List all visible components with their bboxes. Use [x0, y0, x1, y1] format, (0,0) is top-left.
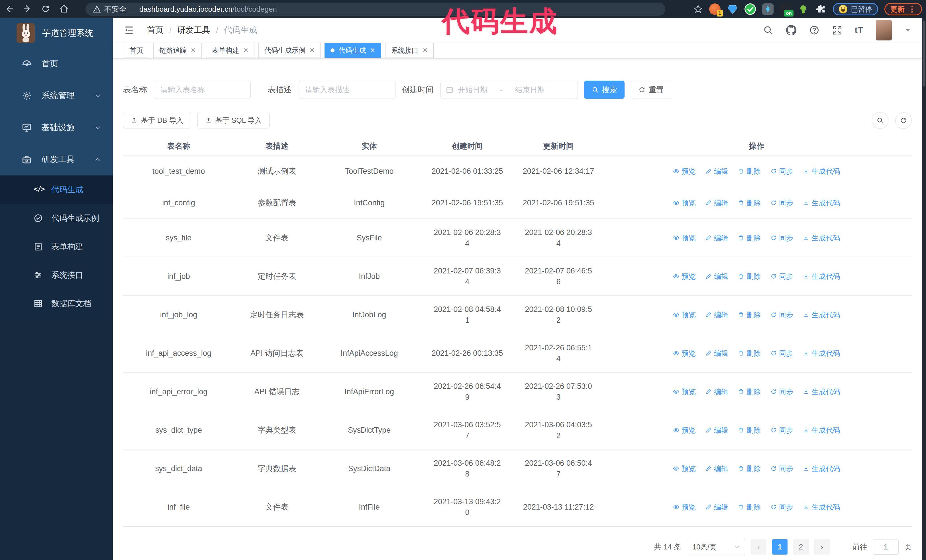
- sync-link[interactable]: 同步: [770, 387, 793, 397]
- extensions-puzzle-icon[interactable]: [815, 3, 826, 15]
- sync-link[interactable]: 同步: [770, 167, 793, 176]
- goto-page-input[interactable]: [873, 539, 899, 555]
- browser-home-icon[interactable]: [55, 0, 73, 18]
- toggle-search-button[interactable]: [872, 112, 888, 129]
- edit-link[interactable]: 编辑: [705, 426, 728, 435]
- tab-form-builder[interactable]: 表单构建✕: [206, 43, 254, 58]
- table-name-input[interactable]: [154, 81, 251, 99]
- generate-code-link[interactable]: 生成代码: [803, 310, 840, 320]
- delete-link[interactable]: 删除: [738, 426, 761, 435]
- sync-link[interactable]: 同步: [770, 272, 793, 281]
- chevron-down-icon[interactable]: [904, 27, 911, 33]
- breadcrumb-home[interactable]: 首页: [147, 24, 163, 36]
- generate-code-link[interactable]: 生成代码: [803, 503, 840, 512]
- page-button-1[interactable]: 1: [772, 539, 788, 555]
- delete-link[interactable]: 删除: [738, 310, 761, 320]
- sidebar-item-home[interactable]: 首页: [0, 48, 113, 80]
- generate-code-link[interactable]: 生成代码: [803, 272, 840, 281]
- sidebar-item-system-management[interactable]: 系统管理: [0, 80, 113, 112]
- extension-grid-icon[interactable]: [762, 3, 773, 15]
- sidebar-item-dev-tools[interactable]: 研发工具: [0, 143, 113, 175]
- sidebar-item-system-api[interactable]: 系统接口: [0, 261, 113, 290]
- generate-code-link[interactable]: 生成代码: [803, 349, 840, 358]
- delete-link[interactable]: 删除: [738, 387, 761, 397]
- sidebar-item-infrastructure[interactable]: 基础设施: [0, 112, 113, 143]
- preview-link[interactable]: 预览: [673, 310, 696, 320]
- extension-on-icon[interactable]: on: [780, 3, 791, 15]
- edit-link[interactable]: 编辑: [705, 167, 728, 176]
- tab-system-api[interactable]: 系统接口✕: [385, 43, 434, 58]
- preview-link[interactable]: 预览: [673, 426, 696, 435]
- tab-tracing[interactable]: 链路追踪✕: [153, 43, 202, 58]
- preview-link[interactable]: 预览: [673, 464, 696, 473]
- generate-code-link[interactable]: 生成代码: [803, 464, 840, 473]
- edit-link[interactable]: 编辑: [705, 464, 728, 473]
- extension-gem-icon[interactable]: [727, 3, 738, 15]
- table-desc-input[interactable]: [299, 81, 395, 99]
- font-size-icon[interactable]: tT: [855, 25, 863, 35]
- close-icon[interactable]: ✕: [309, 47, 315, 54]
- sync-link[interactable]: 同步: [770, 310, 793, 320]
- sync-link[interactable]: 同步: [770, 503, 793, 512]
- preview-link[interactable]: 预览: [673, 272, 696, 281]
- reset-button[interactable]: 重置: [631, 81, 671, 99]
- sidebar-collapse-icon[interactable]: [124, 25, 135, 36]
- app-logo-row[interactable]: 芋道管理系统: [0, 18, 113, 48]
- close-icon[interactable]: ✕: [243, 47, 248, 54]
- edit-link[interactable]: 编辑: [705, 387, 728, 397]
- edit-link[interactable]: 编辑: [705, 503, 728, 512]
- delete-link[interactable]: 删除: [738, 464, 761, 473]
- edit-link[interactable]: 编辑: [705, 198, 728, 208]
- preview-link[interactable]: 预览: [673, 387, 696, 397]
- breadcrumb-dev-tools[interactable]: 研发工具: [177, 24, 210, 36]
- generate-code-link[interactable]: 生成代码: [803, 198, 840, 208]
- not-secure-warning[interactable]: 不安全: [93, 4, 127, 14]
- preview-link[interactable]: 预览: [673, 198, 696, 208]
- delete-link[interactable]: 删除: [738, 503, 761, 512]
- tab-codegen[interactable]: 代码生成✕: [325, 43, 381, 58]
- edit-link[interactable]: 编辑: [705, 349, 728, 358]
- sidebar-item-code-generation-example[interactable]: 代码生成示例: [0, 204, 113, 232]
- preview-link[interactable]: 预览: [673, 349, 696, 358]
- close-icon[interactable]: ✕: [191, 47, 196, 54]
- sidebar-item-database-doc[interactable]: 数据库文档: [0, 290, 113, 318]
- delete-link[interactable]: 删除: [738, 198, 761, 208]
- extension-green-icon[interactable]: [797, 3, 809, 15]
- scrollbar-thumb[interactable]: [923, 21, 925, 87]
- import-db-button[interactable]: 基于 DB 导入: [123, 112, 191, 128]
- generate-code-link[interactable]: 生成代码: [803, 167, 840, 176]
- fullscreen-icon[interactable]: [832, 25, 842, 35]
- delete-link[interactable]: 删除: [738, 233, 761, 243]
- generate-code-link[interactable]: 生成代码: [803, 387, 840, 397]
- sidebar-item-code-generation[interactable]: </> 代码生成: [0, 175, 113, 204]
- github-icon[interactable]: [786, 25, 797, 36]
- search-icon[interactable]: [763, 25, 773, 35]
- browser-menu-dots-icon[interactable]: ⋮: [908, 5, 916, 13]
- browser-forward-icon[interactable]: [18, 0, 36, 18]
- sync-link[interactable]: 同步: [770, 233, 793, 243]
- edit-link[interactable]: 编辑: [705, 310, 728, 320]
- page-size-select[interactable]: 10条/页: [687, 539, 745, 555]
- extension-check-icon[interactable]: [744, 3, 756, 15]
- delete-link[interactable]: 删除: [738, 272, 761, 281]
- browser-update-button[interactable]: 更新 ⋮: [884, 3, 922, 15]
- sync-link[interactable]: 同步: [770, 198, 793, 208]
- page-button-2[interactable]: 2: [793, 539, 809, 555]
- create-time-range-picker[interactable]: 开始日期 - 结束日期: [440, 81, 578, 99]
- import-sql-button[interactable]: 基于 SQL 导入: [197, 112, 269, 128]
- close-icon[interactable]: ✕: [422, 47, 428, 54]
- help-icon[interactable]: [809, 25, 819, 35]
- tab-codegen-example[interactable]: 代码生成示例✕: [259, 43, 321, 58]
- bookmark-star-icon[interactable]: [693, 4, 703, 14]
- sync-link[interactable]: 同步: [770, 426, 793, 435]
- next-page-button[interactable]: ›: [814, 539, 830, 555]
- prev-page-button[interactable]: ‹: [751, 539, 766, 555]
- generate-code-link[interactable]: 生成代码: [803, 426, 840, 435]
- avatar[interactable]: [876, 20, 892, 41]
- tab-home[interactable]: 首页: [124, 43, 149, 58]
- delete-link[interactable]: 删除: [738, 167, 761, 176]
- preview-link[interactable]: 预览: [673, 233, 696, 243]
- close-icon[interactable]: ✕: [370, 47, 375, 54]
- refresh-table-button[interactable]: [895, 112, 912, 129]
- edit-link[interactable]: 编辑: [705, 233, 728, 243]
